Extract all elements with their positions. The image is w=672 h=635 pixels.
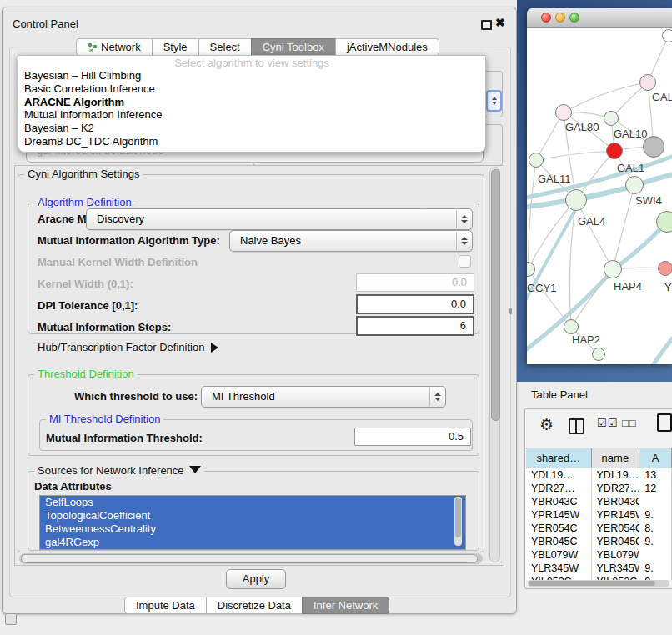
data-attribute-item[interactable]: BetweennessCentrality <box>40 522 465 536</box>
network-node[interactable] <box>643 136 664 158</box>
algorithm-option-mutual-information-inference[interactable]: Mutual Information Inference <box>18 108 485 122</box>
mi-steps-label: Mutual Information Steps: <box>38 321 171 333</box>
mi-algorithm-type-label: Mutual Information Algorithm Type: <box>38 234 220 247</box>
algorithm-dropdown-hint: Select algorithm to view settings <box>18 56 485 69</box>
network-node-hap4[interactable] <box>604 260 622 278</box>
panel-splitter-handle[interactable] <box>509 308 512 314</box>
apply-button[interactable]: Apply <box>226 569 286 589</box>
attributes-scrollbar[interactable] <box>454 497 462 546</box>
network-edge-thick[interactable] <box>650 329 672 364</box>
columns-icon[interactable] <box>569 418 584 434</box>
table-row[interactable]: YLR345WYLR345W9. <box>526 562 672 575</box>
settings-vertical-scrollbar[interactable] <box>489 167 500 562</box>
node-label: GAL4 <box>578 215 605 228</box>
column-header-shared[interactable]: shared… <box>526 448 592 468</box>
aracne-mode-combo[interactable]: Discovery <box>86 208 473 230</box>
tab-jactivemnodules[interactable]: jActiveMNodules <box>335 38 439 56</box>
mi-algorithm-type-combo[interactable]: Naive Bayes <box>229 230 473 252</box>
float-window-icon[interactable] <box>481 20 492 30</box>
data-attribute-item[interactable]: SelfLoops <box>40 496 465 509</box>
collapsed-panel-icon[interactable] <box>5 613 17 625</box>
network-edge-thin[interactable] <box>528 269 571 327</box>
network-node[interactable] <box>662 29 672 42</box>
table-row[interactable]: YDR27…YDR27…12 <box>526 482 672 495</box>
tab-network[interactable]: Network <box>76 38 153 56</box>
close-traffic-light-icon[interactable] <box>541 12 551 22</box>
which-threshold-combo[interactable]: MI Threshold <box>201 386 446 408</box>
table-body: YDL19…YDL19…13YDR27…YDR27…12YBR043CYBR04… <box>526 468 672 580</box>
data-attribute-item[interactable]: gal4RGexp <box>40 536 465 549</box>
network-edge-thin[interactable] <box>536 151 614 160</box>
zoom-traffic-light-icon[interactable] <box>569 12 579 22</box>
cyni-algorithm-settings-title: Cyni Algorithm Settings <box>24 168 143 180</box>
select-all-checkboxes-icon[interactable]: ☑☑ <box>597 417 618 429</box>
column-header-a[interactable]: A <box>639 448 672 468</box>
table-panel: ⚙ ☑☑ □□ shared…nameA YDL19…YDL19…13YDR27… <box>524 408 672 589</box>
table-row[interactable]: YPR145WYPR145W9. <box>526 508 672 522</box>
network-view-window: GALGAL80GAL10GAL1GAL11SWI4GAL4GCY1HAP4YH… <box>527 8 672 364</box>
minimize-traffic-light-icon[interactable] <box>555 12 565 22</box>
collapsed-arrow-icon <box>211 342 218 352</box>
mi-steps-field[interactable]: 6 <box>356 316 474 336</box>
table-row[interactable]: YBR045CYBR045C9. <box>526 535 672 548</box>
gear-icon[interactable]: ⚙ <box>539 415 554 434</box>
cyni-toolbox-bottom-tabs: Impute DataDiscretize DataInfer Network <box>124 597 389 614</box>
algorithm-option-aracne-algorithm[interactable]: ARACNE Algorithm <box>18 96 485 109</box>
tab-infer-network[interactable]: Infer Network <box>302 597 389 614</box>
network-edge-thin[interactable] <box>564 82 648 112</box>
tab-impute-data[interactable]: Impute Data <box>124 597 207 614</box>
table-row[interactable]: YBL079WYBL079W <box>526 548 672 562</box>
network-node-gal4[interactable] <box>565 189 587 211</box>
tab-discretize-data[interactable]: Discretize Data <box>206 597 303 614</box>
algorithm-option-bayesian-hill-climbing[interactable]: Bayesian – Hill Climbing <box>18 69 485 82</box>
algorithm-option-bayesian-k2[interactable]: Bayesian – K2 <box>18 122 485 135</box>
close-icon[interactable]: ✖ <box>495 16 505 29</box>
network-node-gal10[interactable] <box>604 111 619 126</box>
column-header-name[interactable]: name <box>592 448 640 468</box>
desktop-background: GALGAL80GAL10GAL1GAL11SWI4GAL4GCY1HAP4YH… <box>517 0 672 382</box>
tab-style[interactable]: Style <box>152 38 199 56</box>
network-node-gal[interactable] <box>639 74 656 91</box>
table-cell: YDR27… <box>592 482 640 495</box>
focused-combo-spinner-fragment[interactable] <box>486 90 502 112</box>
table-row[interactable]: YBR043CYBR043C <box>526 495 672 508</box>
table-cell: YBL079W <box>592 548 640 562</box>
table-cell: 8. <box>639 522 672 535</box>
tab-cyni-toolbox[interactable]: Cyni Toolbox <box>251 38 336 56</box>
network-edge-thin[interactable] <box>576 200 613 269</box>
network-canvas[interactable]: GALGAL80GAL10GAL1GAL11SWI4GAL4GCY1HAP4YH… <box>527 28 672 364</box>
network-node[interactable] <box>592 348 605 361</box>
network-node-gal11[interactable] <box>529 152 544 168</box>
deselect-all-checkboxes-icon[interactable]: □□ <box>622 417 637 429</box>
network-node-y[interactable] <box>658 261 672 276</box>
mi-threshold-field[interactable]: 0.5 <box>354 428 471 446</box>
aracne-mode-value: Discovery <box>97 212 144 225</box>
node-label: GAL1 <box>617 162 644 174</box>
network-window-titlebar[interactable] <box>527 8 672 28</box>
network-node-gal1[interactable] <box>606 142 623 159</box>
hub-definition-toggle[interactable]: Hub/Transcription Factor Definition <box>38 341 218 353</box>
node-label: GCY1 <box>527 282 556 294</box>
network-edge-thin[interactable] <box>528 200 576 269</box>
table-horizontal-scrollbar[interactable] <box>528 580 669 587</box>
dpi-tolerance-field[interactable]: 0.0 <box>356 294 474 314</box>
settings-horizontal-scrollbar[interactable] <box>19 553 483 564</box>
node-label: GAL <box>652 91 672 103</box>
mi-threshold-label: Mutual Information Threshold: <box>46 432 203 444</box>
network-node-gal80[interactable] <box>555 104 572 121</box>
tab-select[interactable]: Select <box>198 38 252 56</box>
network-node-swi4[interactable] <box>625 176 644 194</box>
kernel-width-field[interactable]: 0.0 <box>356 273 474 292</box>
network-node-hap2[interactable] <box>564 319 579 334</box>
sources-group-title[interactable]: Sources for Network Inference <box>34 465 204 477</box>
control-panel-tabs: NetworkStyleSelectCyni ToolboxjActiveMNo… <box>76 38 439 56</box>
manual-kernel-width-checkbox[interactable] <box>459 255 471 268</box>
network-edge-thin[interactable] <box>528 160 536 269</box>
network-node[interactable] <box>656 211 672 232</box>
algorithm-option-dream8-dc-tdc-algorithm[interactable]: Dream8 DC_TDC Algorithm <box>18 135 485 148</box>
file-icon[interactable] <box>657 413 672 432</box>
table-row[interactable]: YDL19…YDL19…13 <box>526 468 672 482</box>
table-row[interactable]: YER054CYER054C8. <box>526 522 672 535</box>
algorithm-option-basic-correlation-inference[interactable]: Basic Correlation Inference <box>18 82 485 96</box>
data-attribute-item[interactable]: TopologicalCoefficient <box>40 509 465 522</box>
